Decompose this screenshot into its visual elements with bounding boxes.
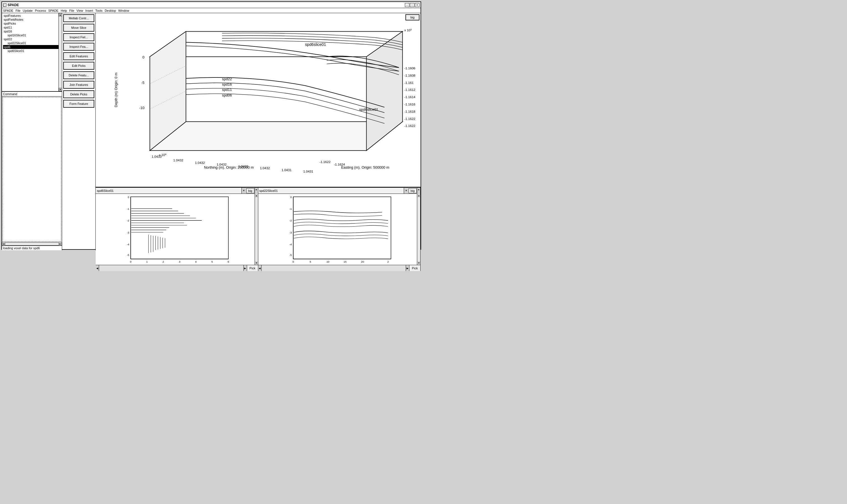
maximize-button[interactable]: □ <box>410 3 414 7</box>
svg-text:x 10⁶: x 10⁶ <box>159 153 166 157</box>
button-column: Metlab Contr... Move Slice Inspect Fiel.… <box>62 13 96 250</box>
slice2-header: ▼ big ▲ <box>258 188 421 194</box>
slice2-svg: 0 -1 -2 -3 -4 -5 0 5 10 <box>258 194 417 252</box>
slice2-scrollbar-track[interactable] <box>417 197 420 252</box>
edit-picks-button[interactable]: Edit Picks <box>63 62 94 70</box>
tree-item-3[interactable]: spd11 <box>3 25 61 29</box>
tree-item-4[interactable]: spd16 <box>3 29 61 33</box>
move-slice-button[interactable]: Move Slice <box>63 24 94 32</box>
metlab-contr-button[interactable]: Metlab Contr... <box>63 14 94 22</box>
minimize-button[interactable]: — <box>405 3 409 7</box>
tree-item-0[interactable]: spdFeatures <box>3 14 61 18</box>
svg-text:-1.1606: -1.1606 <box>404 66 415 70</box>
menu-window[interactable]: Window <box>118 9 129 12</box>
svg-text:Easting (m).  Origin: 500000 m: Easting (m). Origin: 500000 m <box>341 165 389 169</box>
svg-text:-4: -4 <box>289 243 292 246</box>
menu-update[interactable]: Update <box>23 9 33 12</box>
svg-text:1.0431: 1.0431 <box>303 169 313 173</box>
slice1-title-input[interactable] <box>96 188 242 193</box>
menu-desktop[interactable]: Desktop <box>105 9 116 12</box>
view3d-container: big 0 -5 -10 <box>96 13 421 187</box>
slice1-right-scrollbar: ▲ ▼ <box>254 194 258 252</box>
scroll-up-arrow[interactable]: ▲ <box>59 13 62 17</box>
svg-text:1.0432: 1.0432 <box>216 162 227 166</box>
content-area: spdFeaturesspdFieldNotesspdPicksspd11spd… <box>2 13 421 250</box>
scroll-down-arrow[interactable]: ▼ <box>59 88 62 91</box>
svg-text:-1.161: -1.161 <box>404 81 413 85</box>
menu-spade[interactable]: SPADE <box>3 9 13 12</box>
svg-text:-1.1624: -1.1624 <box>334 162 345 166</box>
menu-process[interactable]: Process <box>35 9 46 12</box>
slice1-big-button[interactable]: big <box>246 188 254 193</box>
svg-rect-73 <box>131 197 228 252</box>
tree-item-8[interactable]: spd6 <box>3 45 61 49</box>
slice1-dropdown[interactable]: ▼ <box>242 188 246 194</box>
window-title: SPADE <box>7 3 19 7</box>
join-features-button[interactable]: Join Features <box>63 81 94 89</box>
scroll-right-arrow[interactable]: ► <box>58 242 62 246</box>
menu-help[interactable]: Help <box>61 9 67 12</box>
slice1-scroll-up[interactable]: ▲ <box>254 188 258 191</box>
slice2-big-button[interactable]: big <box>408 188 417 193</box>
svg-text:1.0432: 1.0432 <box>239 164 248 168</box>
view-area: big 0 -5 -10 <box>96 13 421 250</box>
slice2-title-input[interactable] <box>258 188 404 193</box>
status-bar: loading voxel data for spd6 <box>2 246 62 250</box>
slice2-right-scrollbar: ▲ ▼ <box>417 194 420 252</box>
inspect-fiel-button[interactable]: Inspect Fiel... <box>63 33 94 41</box>
tree-item-7[interactable]: spd22Slice01 <box>3 41 61 45</box>
svg-marker-0 <box>150 122 403 150</box>
tree-item-5[interactable]: spd16Slice01 <box>3 33 61 37</box>
status-text: loading voxel data for spd6 <box>3 247 40 250</box>
horiz-scroll-track[interactable] <box>5 242 58 245</box>
title-bar-buttons: — □ ✕ <box>405 3 420 7</box>
scroll-track[interactable] <box>59 17 62 88</box>
svg-text:-5: -5 <box>141 80 144 85</box>
tree-item-6[interactable]: spd22 <box>3 37 61 41</box>
close-button[interactable]: ✕ <box>415 3 420 7</box>
menu-file2[interactable]: File <box>69 9 74 12</box>
slice2-plot: 0 -1 -2 -3 -4 -5 0 5 10 <box>258 194 417 252</box>
menu-view[interactable]: View <box>76 9 83 12</box>
slice2-scroll-up[interactable]: ▲ <box>417 188 421 191</box>
bottom-panels: ▼ big ▲ <box>96 187 421 252</box>
menu-bar: SPADE File Update Process SPADE Help Fil… <box>2 8 421 13</box>
edit-features-button[interactable]: Edit Features <box>63 52 94 60</box>
svg-text:spd6slice01: spd6slice01 <box>359 107 378 112</box>
main-window: □ SPADE — □ ✕ SPADE File Update Process … <box>1 1 421 250</box>
svg-text:-1.1616: -1.1616 <box>404 102 415 106</box>
tree-item-9[interactable]: spd6Slice01 <box>3 49 61 53</box>
menu-spade2[interactable]: SPADE <box>48 9 58 12</box>
delete-picks-button[interactable]: Delete Picks <box>63 90 94 98</box>
inspect-fea-button[interactable]: Inspect Fea... <box>63 43 94 51</box>
delete-featu-button[interactable]: Delete Featu... <box>63 71 94 79</box>
menu-tools[interactable]: Tools <box>95 9 102 12</box>
svg-text:x 10⁵: x 10⁵ <box>404 28 412 32</box>
svg-text:1.0432: 1.0432 <box>195 161 205 164</box>
slice1-content: 0 -1 -2 -3 -4 -5 0 1 2 <box>96 194 258 252</box>
tree-item-2[interactable]: spdPicks <box>3 21 61 25</box>
main-right: Metlab Contr... Move Slice Inspect Fiel.… <box>62 13 421 250</box>
menu-insert[interactable]: Insert <box>85 9 93 12</box>
3d-plot-svg: 0 -5 -10 <box>96 13 421 187</box>
svg-text:-1.1608: -1.1608 <box>404 74 415 77</box>
svg-text:-3: -3 <box>289 231 292 234</box>
svg-text:spd22: spd22 <box>222 77 232 81</box>
menu-file[interactable]: File <box>15 9 20 12</box>
slice1-scrollbar-track[interactable] <box>255 197 258 252</box>
scroll-left-arrow[interactable]: ◄ <box>2 242 5 246</box>
form-feature-button[interactable]: Form Feature <box>63 100 94 108</box>
slice2-scrollbar-right: ▲ <box>417 188 420 194</box>
slice2-content: 0 -1 -2 -3 -4 -5 0 5 10 <box>258 194 421 252</box>
slice2-dropdown[interactable]: ▼ <box>404 188 408 194</box>
big-button-3d[interactable]: big <box>405 14 420 20</box>
tree-panel: spdFeaturesspdFieldNotesspdPicksspd11spd… <box>2 13 62 91</box>
slice1-scrollbar-right: ▲ <box>254 188 258 194</box>
svg-text:spd06: spd06 <box>222 93 232 97</box>
slice2-scrollbar-up[interactable]: ▲ <box>417 194 420 197</box>
command-area[interactable] <box>2 97 61 242</box>
slice1-scrollbar-up[interactable]: ▲ <box>255 194 258 197</box>
tree-item-1[interactable]: spdFieldNotes <box>3 18 61 21</box>
svg-text:1.0432: 1.0432 <box>173 158 183 162</box>
svg-text:0: 0 <box>290 196 292 199</box>
